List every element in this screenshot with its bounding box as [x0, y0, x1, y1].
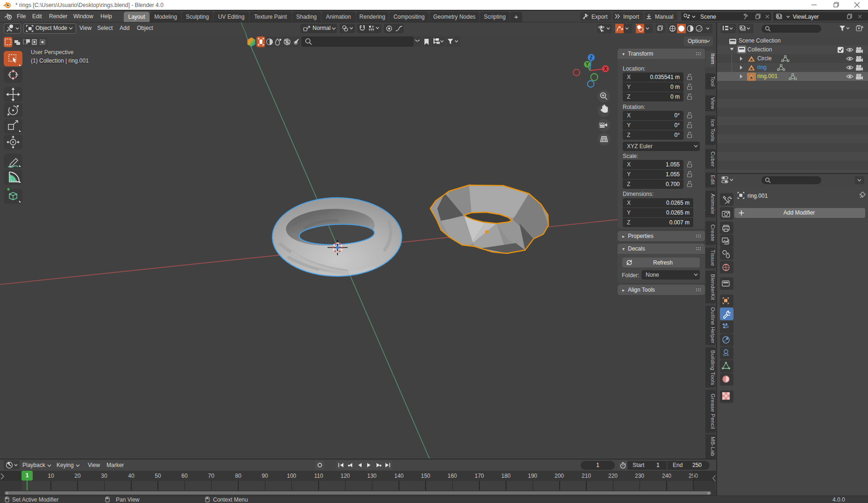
svg-text:Y: Y	[586, 62, 589, 67]
svg-text:Z: Z	[590, 55, 592, 60]
svg-text:X: X	[604, 66, 607, 72]
